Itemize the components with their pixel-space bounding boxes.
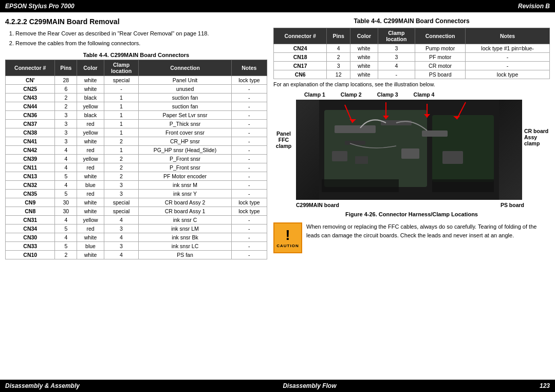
footer-center: Disassembly Flow	[283, 382, 336, 389]
clamp-2-label: Clamp 2	[341, 91, 362, 98]
right-connector-table: Connector # Pins Color Clamplocation Con…	[273, 28, 550, 79]
table-row: CN244white3Pump motorlock type #1 pin=bl…	[274, 44, 550, 53]
diagram-svg	[296, 100, 522, 200]
table-row: CN413white2CR_HP snsr-	[6, 137, 267, 145]
diagram-bottom-labels: C299MAIN board PS board	[273, 202, 550, 208]
left-column: 4.2.2.2 C299MAIN Board Removal Remove th…	[5, 17, 267, 375]
clamp-3-label: Clamp 3	[377, 91, 398, 98]
clamp-4-label: Clamp 4	[414, 91, 435, 98]
c299main-label: C299MAIN board	[273, 202, 339, 208]
section-title: 4.2.2.2 C299MAIN Board Removal	[5, 17, 267, 26]
table-row: CN363black1Paper Set Lvr snsr-	[6, 110, 267, 119]
table-row: CN335blue3ink snsr LC-	[6, 241, 267, 250]
table-row: CN830whitespecialCR board Assy 1lock typ…	[6, 207, 267, 215]
table-row: CN930whitespecialCR board Assy 2lock typ…	[6, 198, 267, 207]
table-row: CN102white4PS fan-	[6, 250, 267, 259]
col-connection: Connection	[139, 60, 231, 76]
col-connector: Connector #	[6, 60, 55, 76]
svg-rect-5	[345, 141, 365, 145]
table-row: CN173white4CR motor-	[274, 62, 550, 70]
header-title: EPSON Stylus Pro 7000	[5, 3, 75, 10]
right-col-pins: Pins	[327, 28, 350, 44]
clamp-note: For an explanation of the clamp location…	[273, 81, 550, 87]
right-col-clamp: Clamplocation	[378, 28, 415, 44]
svg-rect-16	[355, 156, 368, 164]
cr-board-label: CR board Assy clamp	[524, 100, 550, 146]
footer-left: Disassembly & Assembly	[5, 382, 80, 389]
left-connector-table: Connector # Pins Color Clamplocation Con…	[5, 60, 267, 259]
svg-rect-3	[335, 125, 376, 133]
right-column: Table 4-4. C299MAIN Board Connectors Con…	[273, 17, 550, 375]
ps-board-label: PS board	[501, 202, 524, 208]
footer-page: 123	[540, 382, 550, 389]
col-clamp: Clamplocation	[104, 60, 139, 76]
table-row: CN394yellow2P_Front snsr-	[6, 154, 267, 163]
panel-ffc-label: Panel FFC clamp	[273, 100, 294, 149]
table-row: CN114red2P_Front snsr-	[6, 163, 267, 172]
svg-rect-19	[322, 179, 399, 192]
svg-rect-6	[422, 130, 448, 137]
col-notes: Notes	[231, 60, 267, 76]
right-col-connector: Connector #	[274, 28, 327, 44]
table-row: CN355red3ink snsr Y-	[6, 189, 267, 198]
col-color: Color	[77, 60, 104, 76]
table-row: CN256white-unused-	[6, 84, 267, 93]
connector-photo	[296, 100, 522, 200]
right-col-notes: Notes	[466, 28, 550, 44]
right-col-color: Color	[350, 28, 378, 44]
svg-rect-17	[401, 148, 419, 159]
clamp-labels-row: Clamp 1 Clamp 2 Clamp 3 Clamp 4	[273, 91, 550, 98]
caution-box: ! CAUTION When removing or replacing the…	[273, 222, 550, 253]
svg-rect-18	[442, 151, 463, 164]
col-pins: Pins	[55, 60, 77, 76]
table-row: CN314yellow4ink snsr C-	[6, 215, 267, 224]
caution-message: When removing or replacing the FFC cable…	[306, 222, 550, 239]
caution-label: CAUTION	[276, 244, 299, 248]
page-footer: Disassembly & Assembly Disassembly Flow …	[0, 380, 555, 392]
svg-rect-20	[432, 179, 494, 192]
table-row: CN373red1P_Thick snsr-	[6, 119, 267, 128]
table-row: CN424red1PG_HP snsr (Head_Slide)-	[6, 145, 267, 154]
step-1: Remove the Rear Cover as described in "R…	[15, 30, 267, 38]
table-row: CN324blue3ink snsr M-	[6, 180, 267, 189]
table-row: CN383yellow1Front cover snsr-	[6, 128, 267, 137]
figure-caption: Figure 4-26. Connector Harness/Clamp Loc…	[273, 211, 550, 217]
page-header: EPSON Stylus Pro 7000 Revision B	[0, 0, 555, 12]
right-col-connection: Connection	[415, 28, 466, 44]
header-revision: Revision B	[518, 3, 550, 10]
step-2: Remove the cables from the following con…	[15, 40, 267, 47]
table-row: CN135white2PF Motor encoder-	[6, 172, 267, 180]
left-table-title: Table 4-4. C299MAIN Board Connectors	[5, 52, 267, 58]
table-row: CN612white-PS boardlock type	[274, 70, 550, 79]
svg-rect-2	[432, 115, 494, 182]
table-row: CN432black1suction fan-	[6, 93, 267, 102]
step-list: Remove the Rear Cover as described in "R…	[15, 30, 267, 48]
table-row: CN442yellow1suction fan-	[6, 102, 267, 110]
right-table-title: Table 4-4. C299MAIN Board Connectors	[273, 17, 550, 25]
clamp-1-label: Clamp 1	[304, 91, 325, 98]
table-row: CN345red3ink snsr LM-	[6, 224, 267, 233]
svg-rect-15	[332, 151, 347, 161]
caution-icon: ! CAUTION	[273, 222, 302, 253]
table-row: CN'28whitespecialPanel Unitlock type	[6, 76, 267, 84]
caution-exclaim: !	[285, 228, 290, 242]
main-content: 4.2.2.2 C299MAIN Board Removal Remove th…	[0, 12, 555, 380]
diagram-section: Clamp 1 Clamp 2 Clamp 3 Clamp 4 Panel FF…	[273, 91, 550, 217]
table-row: CN304white4ink snsr Bk-	[6, 233, 267, 241]
table-row: CN182white3PF motor-	[274, 53, 550, 62]
